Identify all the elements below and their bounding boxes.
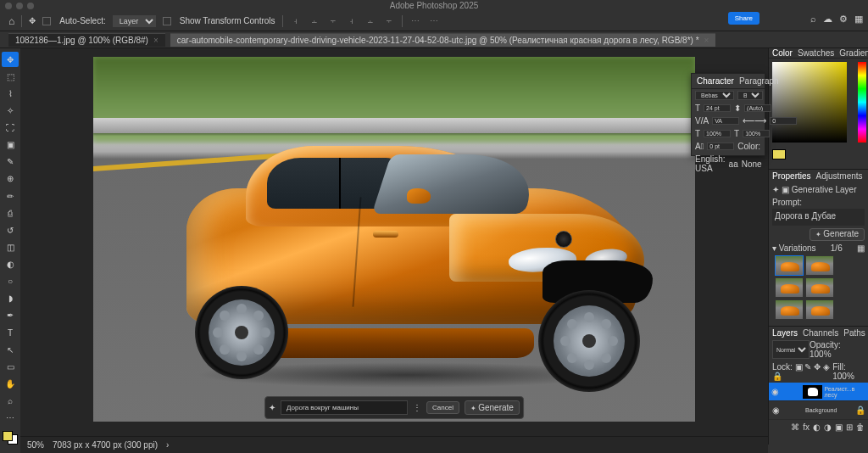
eraser-tool[interactable]: ◫ (2, 239, 19, 254)
color-tab[interactable]: Color (772, 48, 793, 58)
swatches-tab[interactable]: Swatches (798, 48, 834, 58)
frame-tool[interactable]: ▣ (2, 137, 19, 153)
variation-thumb[interactable] (805, 255, 834, 276)
generate-button[interactable]: ✦ Generate (465, 400, 520, 415)
hand-tool[interactable]: ✋ (2, 376, 19, 391)
fill-label[interactable]: Fill: 100% (832, 362, 865, 381)
crop-tool[interactable]: ⛶ (2, 120, 19, 136)
kerning-input[interactable] (712, 117, 739, 125)
workspace-icon[interactable]: ▦ (854, 14, 863, 25)
layer-name[interactable]: Реалист...в лесу (825, 386, 865, 398)
more-icon[interactable]: ⋯ (428, 15, 440, 27)
home-icon[interactable]: ⌂ (8, 15, 14, 27)
prompt-value[interactable]: Дорога в Дубае (772, 209, 865, 226)
cancel-button[interactable]: Cancel (426, 401, 459, 414)
pen-tool[interactable]: ✒ (2, 308, 19, 323)
healing-tool[interactable]: ⊕ (2, 171, 19, 187)
baseline-input[interactable] (707, 143, 734, 150)
paragraph-tab[interactable]: Paragraph (739, 76, 779, 86)
paths-tab[interactable]: Paths (843, 328, 865, 338)
variation-thumb[interactable] (775, 255, 804, 276)
layer-mask-thumb[interactable] (803, 385, 821, 399)
align-bottom-icon[interactable]: ⫟ (383, 15, 395, 27)
adjustments-tab[interactable]: Adjustments (816, 171, 863, 181)
window-controls[interactable] (5, 3, 34, 9)
eyedropper-tool[interactable]: ✎ (2, 154, 19, 170)
character-tab[interactable]: Character (697, 76, 734, 86)
path-tool[interactable]: ↖ (2, 342, 19, 357)
mask-icon[interactable]: ◐ (813, 422, 821, 432)
generate-button[interactable]: ✦ Generate (810, 228, 865, 241)
document-canvas[interactable] (93, 57, 695, 422)
color-swatches[interactable] (3, 431, 18, 445)
notification-icon[interactable]: ⚙ (839, 14, 848, 25)
adjustment-icon[interactable]: ◑ (824, 422, 832, 432)
brush-tool[interactable]: ✏ (2, 188, 19, 204)
leading-input[interactable] (744, 104, 771, 112)
trash-icon[interactable]: 🗑 (856, 422, 865, 432)
layers-tab[interactable]: Layers (772, 328, 798, 338)
document-tab[interactable]: 1082186—1.jpg @ 100% (RGB/8#)× (8, 33, 165, 47)
gen-prompt-input[interactable] (281, 400, 408, 415)
visibility-icon[interactable]: ◉ (771, 405, 780, 415)
new-layer-icon[interactable]: ⊞ (846, 422, 853, 432)
close-icon[interactable]: × (153, 36, 159, 45)
visibility-icon[interactable]: ◉ (771, 387, 779, 396)
zoom-level[interactable]: 50% (27, 440, 44, 450)
properties-tab[interactable]: Properties (772, 171, 811, 181)
share-button[interactable]: Share (728, 12, 760, 25)
close-icon[interactable]: × (704, 36, 709, 45)
dodge-tool[interactable]: ◗ (2, 291, 19, 306)
link-icon[interactable]: ⌘ (791, 422, 799, 432)
wand-tool[interactable]: ✧ (2, 103, 19, 118)
variation-thumb[interactable] (775, 299, 804, 320)
align-left-icon[interactable]: ⫞ (290, 15, 302, 27)
layer-row[interactable]: ◉ Реалист...в лесу (769, 383, 868, 401)
shape-tool[interactable]: ▭ (2, 359, 19, 374)
align-center-h-icon[interactable]: ⫠ (309, 15, 320, 27)
stamp-tool[interactable]: ⎙ (2, 205, 19, 221)
aa-dropdown[interactable]: None (742, 159, 762, 169)
font-family-dropdown[interactable]: Bebas Neue (695, 91, 734, 100)
document-tab[interactable]: car-automobile-contemporary-drive-drivin… (170, 33, 716, 47)
blend-mode-dropdown[interactable]: Normal (772, 340, 810, 359)
show-transform-checkbox[interactable] (163, 17, 171, 25)
align-top-icon[interactable]: ⫞ (346, 15, 358, 27)
font-size-input[interactable] (704, 104, 731, 112)
chevron-right-icon[interactable]: › (166, 440, 169, 450)
channels-tab[interactable]: Channels (803, 328, 838, 338)
lang-dropdown[interactable]: English: USA (695, 154, 726, 173)
cloud-icon[interactable]: ☁ (823, 14, 832, 25)
type-tool[interactable]: T (2, 325, 19, 340)
color-picker[interactable] (769, 59, 868, 169)
font-weight-dropdown[interactable]: Bold (737, 91, 763, 100)
auto-select-dropdown[interactable]: Layer (113, 15, 156, 27)
gen-options-icon[interactable]: ⋮ (413, 403, 421, 412)
variation-thumb[interactable] (805, 277, 834, 298)
blur-tool[interactable]: ○ (2, 274, 19, 289)
distribute-icon[interactable]: ⋯ (409, 15, 421, 27)
zoom-tool[interactable]: ⌕ (2, 394, 19, 409)
align-center-v-icon[interactable]: ⫠ (364, 15, 376, 27)
tracking-input[interactable] (770, 117, 797, 125)
group-icon[interactable]: ▣ (835, 422, 843, 432)
layer-name[interactable]: Background (805, 407, 837, 413)
history-brush-tool[interactable]: ↺ (2, 222, 19, 238)
vscale-input[interactable] (704, 130, 731, 137)
hue-slider[interactable] (858, 62, 866, 143)
variations-grid-icon[interactable]: ▦ (857, 243, 865, 253)
gradient-tool[interactable]: ◐ (2, 257, 19, 272)
gradients-tab[interactable]: Gradients (839, 48, 868, 58)
opacity-label[interactable]: Opacity: 100% (810, 340, 865, 359)
lasso-tool[interactable]: ⌇ (2, 86, 19, 101)
edit-toolbar[interactable]: ⋯ (2, 411, 19, 426)
variation-thumb[interactable] (775, 277, 804, 298)
auto-select-checkbox[interactable] (42, 17, 51, 25)
search-icon[interactable]: ⌕ (810, 14, 816, 25)
move-tool[interactable]: ✥ (2, 52, 19, 67)
marquee-tool[interactable]: ⬚ (2, 69, 19, 84)
variation-thumb[interactable] (805, 299, 834, 320)
layer-row[interactable]: ◉ Background 🔒 (769, 401, 868, 420)
align-right-icon[interactable]: ⫟ (327, 15, 339, 27)
fx-icon[interactable]: fx (803, 422, 810, 432)
